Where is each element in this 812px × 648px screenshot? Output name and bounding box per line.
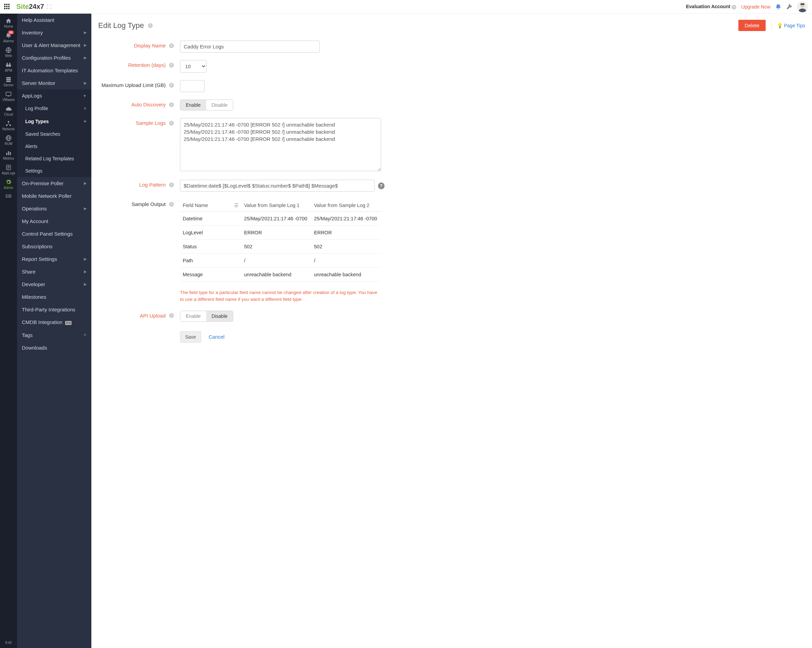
rail-item-network[interactable]: Network (2, 118, 15, 133)
rail-item-server[interactable]: Server (2, 74, 15, 89)
filter-icon[interactable]: ☰ (234, 203, 239, 208)
retention-label: Retention (days)i (98, 60, 180, 68)
chevron-down-icon: ▼ (83, 94, 87, 98)
info-icon[interactable]: i (169, 83, 174, 88)
sidebar-item-milestones[interactable]: Milestones (17, 290, 92, 303)
rail-item-vmware[interactable]: VMware (2, 89, 15, 104)
sidebar-item-saved-searches[interactable]: Saved Searches (17, 128, 92, 140)
auto-discovery-enable[interactable]: Enable (180, 100, 206, 110)
info-icon[interactable]: i (169, 102, 174, 107)
sidebar-item-help-assistant[interactable]: Help Assistant (17, 14, 92, 26)
rail-item-admin[interactable]: Admin (2, 177, 15, 192)
rail-time: 9:42 (5, 637, 12, 648)
sidebar-item-user-alert-management[interactable]: User & Alert Management▶ (17, 39, 92, 52)
rail-item-home[interactable]: Home (2, 16, 15, 31)
info-icon[interactable]: i (169, 182, 174, 187)
api-upload-enable[interactable]: Enable (180, 311, 206, 321)
rail-item-metrics[interactable]: Metrics (2, 148, 15, 162)
sidebar-item-operations[interactable]: Operations▶ (17, 202, 92, 215)
sidebar-item-developer[interactable]: Developer▶ (17, 278, 92, 290)
rail-item-apm[interactable]: APM (2, 60, 15, 74)
delete-button[interactable]: Delete (738, 20, 765, 31)
svg-rect-19 (10, 152, 11, 155)
display-name-input[interactable] (180, 41, 320, 52)
info-icon[interactable]: i (169, 43, 174, 48)
rail-item-cloud[interactable]: Cloud (2, 104, 15, 118)
expand-icon[interactable]: ⛶ (47, 4, 52, 9)
plus-icon[interactable]: + (84, 118, 87, 124)
sidebar-item-log-types[interactable]: Log Types+ (17, 115, 92, 128)
help-icon[interactable]: ? (378, 182, 385, 189)
sample-output-table: Field Name☰ Value from Sample Log 1 Valu… (180, 199, 381, 282)
applogs-icon (5, 164, 12, 171)
cancel-link[interactable]: Cancel (209, 334, 224, 340)
info-icon[interactable]: i (169, 63, 174, 67)
svg-rect-18 (8, 151, 9, 155)
save-button[interactable]: Save (180, 331, 201, 343)
page-tips-link[interactable]: 💡 Page Tips (777, 23, 805, 28)
sample-output-label: Sample Outputi (98, 199, 180, 207)
rail-item-alarms[interactable]: Alarms28 (2, 31, 15, 45)
sidebar-item-log-profile[interactable]: Log Profile+ (17, 102, 92, 115)
sidebar-item-it-automation-templates[interactable]: IT Automation Templates (17, 64, 92, 77)
chevron-right-icon: ▶ (84, 56, 87, 60)
sidebar-item-mobile-network-poller[interactable]: Mobile Network Poller (17, 190, 92, 202)
avatar[interactable] (797, 2, 808, 12)
rail-item-rum[interactable]: RUM (2, 133, 15, 148)
info-icon[interactable]: i (169, 121, 174, 125)
plus-icon[interactable]: + (84, 332, 87, 338)
max-upload-input[interactable] (180, 80, 205, 92)
sidebar-item-applogs[interactable]: AppLogs▼ (17, 89, 92, 102)
plus-icon[interactable]: + (84, 105, 87, 112)
sidebar-item-downloads[interactable]: Downloads (17, 341, 92, 354)
sidebar-item-on-premise-poller[interactable]: On-Premise Poller▶ (17, 177, 92, 190)
info-icon[interactable]: i (148, 23, 153, 28)
sidebar-item-settings[interactable]: Settings (17, 165, 92, 177)
sidebar-item-tags[interactable]: Tags+ (17, 329, 92, 341)
sidebar-item-alerts[interactable]: Alerts (17, 140, 92, 153)
svg-rect-1 (800, 3, 804, 5)
sidebar-item-cmdb-integration[interactable]: CMDB Integration Pvt (17, 316, 92, 329)
sidebar-item-third-party-integrations[interactable]: Third-Party Integrations (17, 303, 92, 316)
sidebar-item-control-panel-settings[interactable]: Control Panel Settings (17, 228, 92, 240)
upgrade-link[interactable]: Upgrade Now (741, 4, 771, 9)
wrench-icon[interactable] (786, 4, 792, 10)
sidebar-item-subscriptions[interactable]: Subscriptions (17, 240, 92, 253)
sidebar-item-related-log-templates[interactable]: Related Log Templates (17, 153, 92, 165)
rail-item-applogs[interactable]: AppLogs (2, 162, 15, 177)
info-icon[interactable]: i (731, 5, 736, 9)
page-title: Edit Log Type i (98, 21, 153, 30)
sidebar-item-configuration-profiles[interactable]: Configuration Profiles▶ (17, 52, 92, 64)
net-icon (5, 121, 12, 127)
info-icon[interactable]: i (169, 202, 174, 207)
svg-rect-10 (6, 92, 11, 96)
sidebar-item-share[interactable]: Share▶ (17, 265, 92, 278)
home-icon (5, 18, 12, 24)
rail-item-edit[interactable]: Edit (2, 192, 15, 200)
api-upload-disable[interactable]: Disable (206, 311, 233, 321)
divider (771, 21, 771, 30)
sidebar-item-inventory[interactable]: Inventory▶ (17, 26, 92, 39)
chevron-right-icon: ▶ (84, 181, 87, 185)
logo[interactable]: Site24x7 (16, 3, 44, 11)
field-type-note: The field type for a particular field na… (180, 289, 381, 303)
svg-rect-9 (6, 81, 11, 82)
sidebar-item-my-account[interactable]: My Account (17, 215, 92, 228)
auto-discovery-disable[interactable]: Disable (206, 100, 233, 110)
rail-item-web[interactable]: Web (2, 45, 15, 60)
metrics-icon (5, 150, 12, 156)
retention-select[interactable]: 10 (180, 60, 207, 73)
main-content: Edit Log Type i Delete 💡 Page Tips Displ… (92, 14, 812, 648)
auto-discovery-toggle: Enable Disable (180, 99, 233, 110)
announcement-icon[interactable] (775, 4, 781, 10)
server-icon (5, 76, 12, 83)
svg-point-12 (8, 121, 9, 123)
apps-grid-icon[interactable] (4, 4, 10, 10)
info-icon[interactable]: i (169, 313, 174, 318)
sidebar-item-server-monitor[interactable]: Server Monitor▶ (17, 77, 92, 89)
sample-logs-textarea[interactable] (180, 118, 381, 171)
table-row: Datetime25/May/2021:21:17:46 -070025/May… (180, 212, 381, 226)
sidebar-item-report-settings[interactable]: Report Settings▶ (17, 253, 92, 265)
log-pattern-input[interactable] (180, 180, 375, 192)
svg-rect-11 (8, 96, 9, 96)
